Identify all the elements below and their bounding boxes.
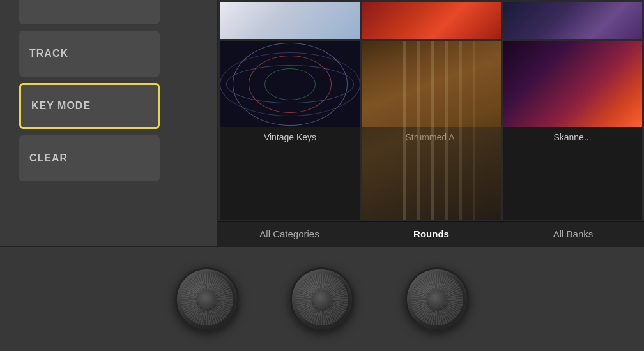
browser-filter-bar: All Categories Rounds All Banks	[218, 221, 644, 246]
browser-image-top-3	[503, 2, 642, 39]
key-mode-button[interactable]: KEY MODE	[19, 83, 160, 129]
top-partial-button[interactable]	[19, 0, 160, 24]
browser-cell-top-2[interactable]	[362, 2, 501, 39]
filter-all-banks[interactable]: All Banks	[502, 222, 644, 246]
vintage-keys-label: Vintage Keys	[220, 127, 360, 147]
bottom-knob-bar	[0, 246, 644, 351]
browser-image-strummed	[362, 41, 501, 127]
knob-2-container	[290, 267, 354, 331]
browser-cell-top-3[interactable]	[503, 2, 642, 39]
knob-1[interactable]	[175, 267, 239, 331]
knob-3[interactable]	[405, 267, 469, 331]
browser-main-grid: Vintage Keys Strummed A.	[218, 41, 644, 221]
browser-image-top-1	[220, 2, 360, 39]
browser-cell-top-1[interactable]	[220, 2, 360, 39]
browser-image-vintage-keys	[220, 41, 360, 127]
browser-top-row	[218, 0, 644, 41]
browser-panel: Vintage Keys Strummed A.	[217, 0, 644, 246]
skanned-label: Skanne...	[503, 127, 642, 147]
knob-2[interactable]	[290, 267, 354, 331]
knob-3-container	[405, 267, 469, 331]
browser-cell-skanned[interactable]: Skanne...	[503, 41, 642, 220]
left-panel: TRACK KEY MODE CLEAR	[0, 0, 217, 246]
clear-button[interactable]: CLEAR	[19, 135, 160, 181]
browser-cell-strummed[interactable]: Strummed A.	[362, 41, 501, 220]
browser-image-top-2	[362, 2, 501, 39]
browser-cell-vintage-keys[interactable]: Vintage Keys	[220, 41, 360, 220]
filter-rounds[interactable]: Rounds	[360, 222, 502, 246]
knob-1-container	[175, 267, 239, 331]
filter-all-categories[interactable]: All Categories	[218, 222, 360, 246]
browser-image-skanned	[503, 41, 642, 127]
track-button[interactable]: TRACK	[19, 31, 160, 77]
content-area: TRACK KEY MODE CLEAR	[0, 0, 644, 246]
